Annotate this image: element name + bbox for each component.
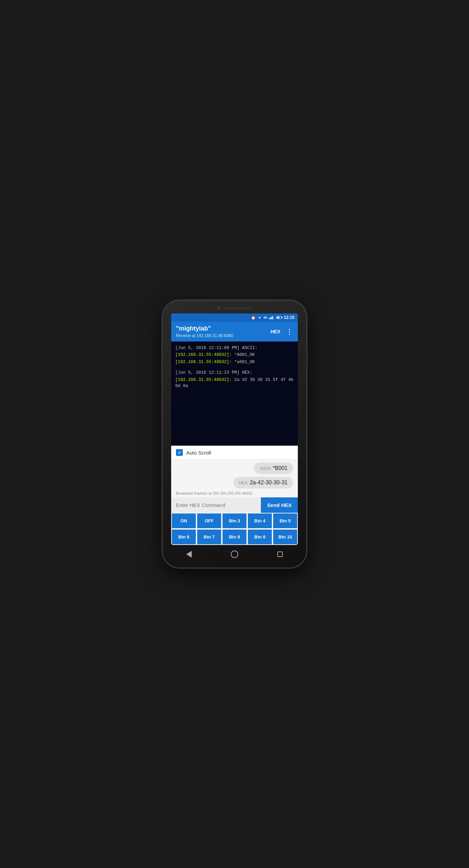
status-bar: ⏰ ▼ 4G 12:15: [171, 313, 298, 322]
4g-icon: 4G: [263, 316, 267, 319]
battery-icon: [276, 316, 282, 319]
speaker: [225, 307, 252, 309]
hex-command-input[interactable]: [171, 497, 261, 513]
btn5-button[interactable]: Btn 5: [272, 513, 298, 529]
overflow-menu-button[interactable]: ⋮: [286, 328, 293, 335]
btn6-button[interactable]: Btn 6: [171, 529, 197, 545]
terminal-line-3: [192.168.31.55:48032]: *a001_OK: [175, 359, 294, 365]
terminal-output: [Jun 5, 2018 12:11:09 PM] ASCII: [192.16…: [171, 342, 298, 446]
app-subtitle: Receive at 192.168.31.90:8080: [176, 333, 233, 338]
ascii-label: ASCII:: [259, 466, 272, 471]
input-row: Send HEX: [171, 497, 298, 513]
off-button[interactable]: OFF: [197, 513, 222, 529]
ascii-command-bubble: ASCII: *B001: [254, 462, 293, 474]
home-icon: [231, 550, 238, 558]
nav-recent-button[interactable]: [275, 549, 285, 559]
button-grid: ON OFF Btn 3 Btn 4 Btn 5 Btn 6 Btn 7 Btn…: [171, 513, 298, 545]
terminal-line-2: [192.168.31.55:48032]: *A001_OK: [175, 352, 294, 358]
app-bar: "mightylab" Receive at 192.168.31.90:808…: [171, 322, 298, 342]
alarm-icon: ⏰: [251, 315, 256, 320]
terminal-line-1: [Jun 5, 2018 12:11:09 PM] ASCII:: [175, 345, 294, 351]
btn3-button[interactable]: Btn 3: [222, 513, 247, 529]
checkmark-icon: ✓: [178, 450, 181, 455]
terminal-line-5: [192.168.31.55:48032]: 2a 42 30 30 31 5f…: [175, 377, 294, 390]
terminal-timestamp-2: [Jun 5, 2018 12:11:23 PM] HEX:: [175, 370, 252, 375]
terminal-ip-2: [192.168.31.55:48032]:: [175, 360, 232, 364]
app-bar-actions: HEX ⋮: [270, 328, 293, 335]
btn9-button[interactable]: Btn 9: [247, 529, 272, 545]
on-button[interactable]: ON: [171, 513, 197, 529]
commands-area: ASCII: *B001 HEX: 2a-42-30-30-31: [171, 460, 298, 490]
signal-icon: [269, 316, 274, 319]
terminal-val-1: *A001_OK: [234, 352, 255, 357]
terminal-spacer: [175, 366, 294, 370]
btn4-button[interactable]: Btn 4: [247, 513, 272, 529]
phone-top-bar: [166, 307, 303, 313]
terminal-val-2: *a001_OK: [234, 360, 255, 364]
app-bar-title: "mightylab" Receive at 192.168.31.90:808…: [176, 325, 233, 338]
status-time: 12:15: [284, 315, 294, 320]
terminal-ip-1: [192.168.31.55:48032]:: [175, 352, 232, 357]
phone-bottom-bar: [166, 545, 303, 561]
terminal-line-4: [Jun 5, 2018 12:11:23 PM] HEX:: [175, 370, 294, 376]
terminal-ip-3: [192.168.31.55:48032]:: [175, 377, 232, 382]
auto-scroll-checkbox[interactable]: ✓: [176, 449, 183, 456]
hex-label: HEX:: [239, 481, 250, 485]
hex-command-bubble: HEX: 2a-42-30-30-31: [233, 477, 293, 488]
phone-frame: ⏰ ▼ 4G 12:15 "mightylab" Receive at 192.…: [163, 300, 306, 568]
camera: [217, 307, 220, 310]
hex-toggle-button[interactable]: HEX: [270, 329, 280, 334]
back-icon: [186, 551, 192, 558]
btn7-button[interactable]: Btn 7: [197, 529, 222, 545]
auto-scroll-row: ✓ Auto Scroll: [171, 446, 298, 460]
send-hex-button[interactable]: Send HEX: [261, 497, 298, 513]
btn10-button[interactable]: Btn 10: [272, 529, 298, 545]
hex-value: 2a-42-30-30-31: [250, 480, 288, 485]
btn8-button[interactable]: Btn 8: [222, 529, 247, 545]
broadcast-info: Broadcast Packets at 255.255.255.255:480…: [171, 490, 298, 497]
ascii-value: *B001: [272, 465, 288, 471]
nav-back-button[interactable]: [184, 549, 194, 559]
wifi-icon: ▼: [258, 316, 261, 320]
auto-scroll-label: Auto Scroll: [186, 450, 211, 456]
phone-screen: ⏰ ▼ 4G 12:15 "mightylab" Receive at 192.…: [171, 313, 298, 545]
nav-home-button[interactable]: [229, 549, 240, 559]
recent-icon: [277, 551, 283, 557]
app-name: "mightylab": [176, 325, 233, 333]
terminal-timestamp-1: [Jun 5, 2018 12:11:09 PM] ASCII:: [175, 346, 257, 350]
